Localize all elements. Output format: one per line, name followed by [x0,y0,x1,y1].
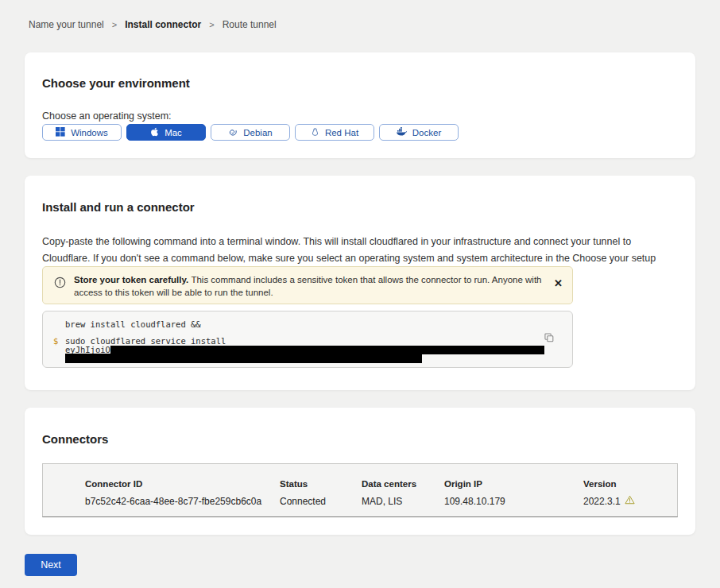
os-button-mac[interactable]: Mac [126,124,206,141]
next-button[interactable]: Next [25,554,77,576]
os-button-label: Docker [412,128,441,137]
choose-environment-title: Choose your environment [42,76,190,90]
alert-circle-icon [54,277,66,292]
token-warning-banner: Store your token carefully. This command… [42,266,573,304]
copy-icon[interactable] [544,332,555,346]
install-command-code-block: brew install cloudflared && $ sudo cloud… [42,311,573,368]
breadcrumb: Name your tunnel > Install connector > R… [29,19,277,30]
os-button-windows[interactable]: Windows [42,124,122,141]
breadcrumb-separator: > [112,20,117,29]
os-button-label: Debian [243,128,272,137]
os-button-redhat[interactable]: Red Hat [295,124,374,141]
code-line-brew: brew install cloudflared && [65,319,201,329]
choose-environment-card: Choose your environment Choose an operat… [25,52,695,158]
breadcrumb-route-tunnel[interactable]: Route tunnel [223,19,277,30]
os-button-debian[interactable]: Debian [211,124,290,141]
connectors-table: Connector ID Status Data centers Origin … [42,463,678,517]
breadcrumb-install-connector[interactable]: Install connector [125,19,201,30]
header-origin-ip: Origin IP [444,464,583,492]
connector-id-value: b7c52c42-6caa-48ee-8c77-fbe259cb6c0a [43,492,280,507]
breadcrumb-name-your-tunnel[interactable]: Name your tunnel [29,19,104,30]
os-button-docker[interactable]: Docker [379,124,459,141]
redacted-token-bar [110,346,544,354]
os-button-label: Red Hat [325,128,358,137]
warning-triangle-icon [625,495,635,507]
install-connector-title: Install and run a connector [42,200,195,214]
os-button-row: Windows Mac Debian Red Hat Docker [42,124,459,141]
status-badge: Connected [280,492,362,507]
docker-icon [397,127,407,137]
header-data-centers: Data centers [362,464,444,492]
header-status: Status [280,464,362,492]
apple-icon [150,127,159,138]
debian-icon [228,127,238,138]
redhat-icon [311,127,319,138]
token-warning-title: Store your token carefully. [74,275,191,284]
connectors-header-row: Connector ID Status Data centers Origin … [43,464,677,492]
origin-ip-value: 109.48.10.179 [444,492,583,507]
os-button-label: Mac [165,128,182,137]
version-number: 2022.3.1 [583,496,621,507]
connector-row: b7c52c42-6caa-48ee-8c77-fbe259cb6c0a Con… [43,492,677,507]
connectors-card: Connectors Connector ID Status Data cent… [25,408,695,535]
install-connector-card: Install and run a connector Copy-paste t… [25,176,695,390]
connectors-title: Connectors [42,432,108,446]
close-icon[interactable]: ✕ [554,278,563,288]
header-connector-id: Connector ID [43,464,280,492]
shell-prompt: $ [53,336,58,346]
data-centers-value: MAD, LIS [362,492,444,507]
version-value: 2022.3.1 [583,492,677,507]
windows-icon [56,127,65,138]
os-select-label: Choose an operating system: [42,110,172,122]
token-warning-text: Store your token carefully. This command… [74,273,548,299]
header-version: Version [583,464,677,492]
redacted-token-bar [65,354,422,363]
os-button-label: Windows [71,128,108,137]
breadcrumb-separator: > [209,20,214,29]
